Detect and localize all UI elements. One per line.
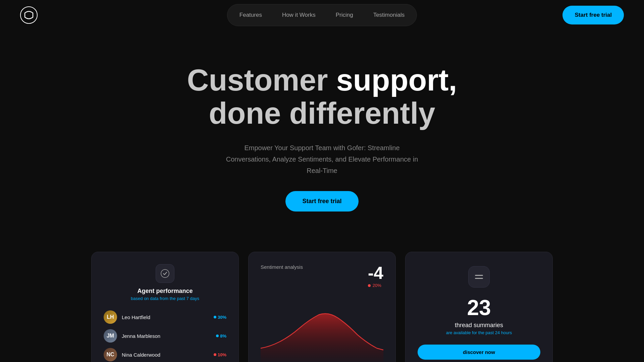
sentiment-header: Sentiment analysis -4 20% — [261, 264, 383, 288]
dot-jenna — [216, 335, 219, 337]
card-agent-performance: Agent performance based on data from the… — [91, 252, 239, 362]
sentiment-score-area: -4 20% — [368, 264, 383, 288]
threads-count: 23 — [467, 297, 491, 318]
hero-heading-highlight: support, — [336, 63, 457, 97]
svg-point-0 — [20, 7, 37, 23]
agent-row-jenna: JM Jenna Marbleson 8% — [104, 329, 226, 343]
logo — [20, 6, 38, 24]
threads-title: thread summaries — [455, 322, 503, 329]
dot-nina — [214, 353, 216, 356]
hero-subtext: Empower Your Support Team with Gofer: St… — [225, 142, 419, 176]
agent-list: LH Leo Hartfield 30% JM Jenna Marbleson … — [104, 310, 226, 361]
hero-section: Customer support, done differently Empow… — [0, 30, 644, 232]
sentiment-change: 20% — [368, 283, 383, 288]
avatar-nina: NC — [104, 348, 117, 361]
sentiment-chart — [261, 295, 383, 362]
agent-name-leo: Leo Hartfield — [122, 314, 209, 320]
agent-performance-icon — [156, 264, 174, 283]
agent-score-leo: 30% — [214, 315, 226, 320]
discover-button[interactable]: discover now — [418, 345, 540, 360]
avatar-leo: LH — [104, 310, 117, 324]
cards-section: Agent performance based on data from the… — [0, 232, 644, 362]
threads-icon — [468, 266, 490, 288]
agent-row-nina: NC Nina Calderwood 10% — [104, 348, 226, 361]
hero-heading-part2: done differently — [209, 97, 435, 130]
svg-rect-5 — [475, 278, 483, 279]
hero-cta-button[interactable]: Start free trial — [285, 191, 358, 212]
agent-name-nina: Nina Calderwood — [122, 352, 209, 358]
nav-pricing[interactable]: Pricing — [326, 8, 363, 22]
svg-point-3 — [161, 269, 169, 278]
main-nav: Features How it Works Pricing Testimonia… — [227, 4, 417, 26]
sentiment-label: Sentiment analysis — [261, 264, 303, 270]
agent-score-jenna: 8% — [216, 334, 226, 339]
hero-heading-part1: Customer — [187, 63, 336, 97]
threads-subtitle: are available for the past 24 hours — [446, 330, 512, 335]
nav-how-it-works[interactable]: How it Works — [273, 8, 325, 22]
agent-performance-subtitle: based on data from the past 7 days — [131, 296, 199, 301]
dot-leo — [214, 316, 216, 318]
agent-row-leo: LH Leo Hartfield 30% — [104, 310, 226, 324]
sentiment-change-value: 20% — [373, 283, 381, 288]
agent-name-jenna: Jenna Marbleson — [122, 333, 211, 339]
card-sentiment-analysis: Sentiment analysis -4 20% — [248, 252, 396, 362]
sentiment-change-dot — [368, 284, 371, 287]
card-thread-summaries: 23 thread summaries are available for th… — [405, 252, 553, 362]
svg-rect-4 — [475, 275, 483, 276]
nav-testimonials[interactable]: Testimonials — [364, 8, 414, 22]
header-cta-button[interactable]: Start free trial — [562, 6, 624, 24]
avatar-jenna: JM — [104, 329, 117, 343]
hero-heading: Customer support, done differently — [20, 64, 624, 130]
agent-performance-title: Agent performance — [137, 288, 193, 295]
header: Features How it Works Pricing Testimonia… — [0, 0, 644, 30]
sentiment-score: -4 — [368, 264, 383, 282]
agent-score-nina: 10% — [214, 352, 226, 357]
nav-features[interactable]: Features — [230, 8, 271, 22]
